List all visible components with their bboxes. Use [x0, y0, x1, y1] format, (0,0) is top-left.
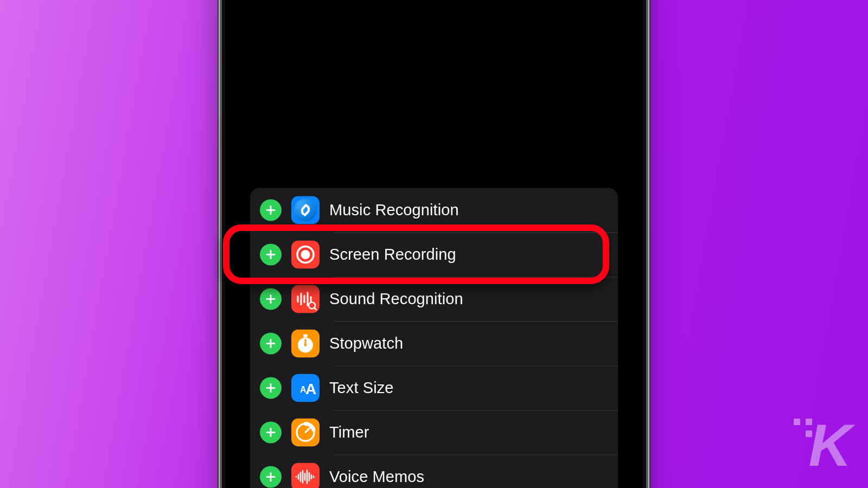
- svg-text:A: A: [305, 381, 316, 397]
- timer-icon: [291, 418, 320, 446]
- control-label: Stopwatch: [329, 335, 403, 352]
- svg-point-19: [304, 344, 307, 346]
- svg-point-5: [301, 250, 310, 259]
- phone-screen: Music Recognition Screen Recording: [237, 0, 631, 488]
- add-button[interactable]: [260, 466, 282, 487]
- watermark: K: [809, 415, 852, 475]
- phone-frame: Music Recognition Screen Recording: [225, 0, 643, 488]
- control-label: Music Recognition: [329, 201, 459, 219]
- watermark-letter: K: [809, 415, 852, 475]
- shazam-icon: [291, 196, 320, 224]
- add-button[interactable]: [260, 377, 282, 399]
- sound-recognition-icon: [291, 285, 320, 313]
- control-row-stopwatch[interactable]: Stopwatch: [250, 321, 618, 365]
- control-row-sound-recognition[interactable]: Sound Recognition: [250, 277, 618, 321]
- control-label: Text Size: [329, 379, 394, 397]
- control-label: Screen Recording: [329, 246, 456, 264]
- add-button[interactable]: [260, 243, 282, 265]
- control-row-music-recognition[interactable]: Music Recognition: [250, 188, 618, 232]
- add-button[interactable]: [260, 199, 282, 221]
- add-button[interactable]: [260, 332, 282, 354]
- control-row-voice-memos[interactable]: Voice Memos: [250, 454, 618, 488]
- control-label: Sound Recognition: [329, 290, 463, 308]
- svg-rect-18: [305, 336, 307, 338]
- svg-point-2: [294, 198, 317, 221]
- control-label: Voice Memos: [329, 468, 424, 486]
- control-row-text-size[interactable]: A A Text Size: [250, 365, 618, 410]
- stopwatch-icon: [291, 329, 320, 357]
- add-button[interactable]: [260, 288, 282, 310]
- control-label: Timer: [329, 423, 369, 441]
- control-row-timer[interactable]: Timer: [250, 410, 618, 454]
- record-icon: [291, 240, 320, 268]
- text-size-icon: A A: [291, 374, 320, 402]
- add-button[interactable]: [260, 421, 282, 443]
- stage: Music Recognition Screen Recording: [0, 0, 868, 488]
- control-row-screen-recording[interactable]: Screen Recording: [250, 232, 618, 277]
- more-controls-list: Music Recognition Screen Recording: [250, 188, 618, 488]
- voice-memos-icon: [291, 463, 320, 488]
